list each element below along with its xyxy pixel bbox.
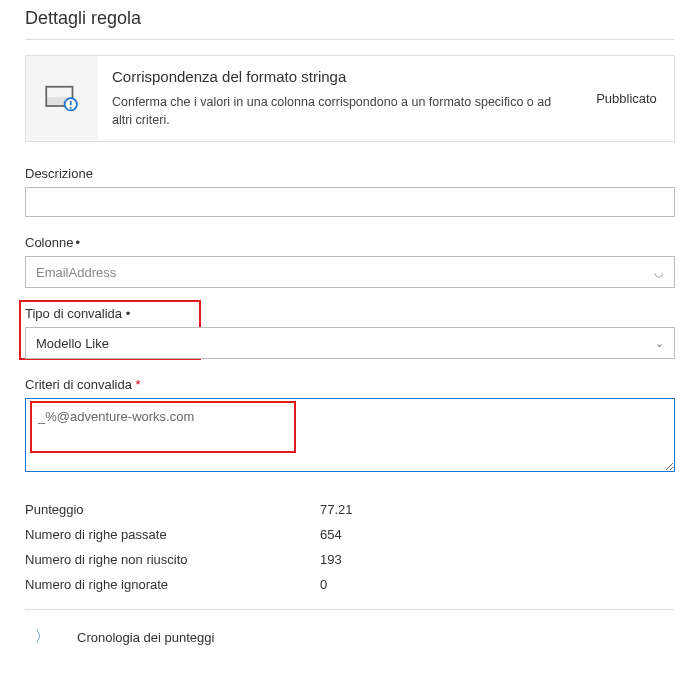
validation-criteria-field-block: Criteri di convalida: [25, 377, 675, 475]
rule-title: Corrispondenza del formato stringa: [112, 68, 565, 85]
columns-select[interactable]: EmailAddress ◡: [25, 256, 675, 288]
score-history-label: Cronologia dei punteggi: [77, 630, 214, 645]
validation-type-label: Tipo di convalida •: [25, 306, 675, 321]
description-field-block: Descrizione: [25, 166, 675, 217]
validation-type-select[interactable]: Modello Like ⌄: [25, 327, 675, 359]
svg-point-4: [70, 106, 72, 108]
stat-label: Numero di righe ignorate: [25, 577, 320, 592]
stat-value: 0: [320, 577, 327, 592]
description-label: Descrizione: [25, 166, 675, 181]
description-input[interactable]: [25, 187, 675, 217]
columns-label: Colonne: [25, 235, 675, 250]
stats-section: Punteggio 77.21 Numero di righe passate …: [25, 493, 675, 610]
columns-field-block: Colonne EmailAddress ◡: [25, 235, 675, 288]
stat-row-ignored: Numero di righe ignorate 0: [25, 572, 675, 597]
stat-label: Numero di righe non riuscito: [25, 552, 320, 567]
chevron-down-icon: ⌄: [655, 337, 664, 350]
rule-summary-card: Corrispondenza del formato stringa Confe…: [25, 55, 675, 142]
stat-row-score: Punteggio 77.21: [25, 497, 675, 522]
validation-type-value: Modello Like: [36, 336, 109, 351]
stat-row-passed: Numero di righe passate 654: [25, 522, 675, 547]
stat-value: 193: [320, 552, 342, 567]
rule-description: Conferma che i valori in una colonna cor…: [112, 93, 565, 129]
rule-status: Pubblicato: [579, 56, 674, 141]
score-history-toggle[interactable]: 〉 Cronologia dei punteggi: [25, 620, 675, 654]
chevron-down-icon: ◡: [654, 266, 664, 279]
stat-row-failed: Numero di righe non riuscito 193: [25, 547, 675, 572]
validation-type-field-block: Tipo di convalida • Modello Like ⌄: [25, 306, 675, 359]
chevron-right-icon: 〉: [35, 628, 49, 646]
validation-criteria-textarea[interactable]: [25, 398, 675, 472]
stat-value: 77.21: [320, 502, 353, 517]
page-title: Dettagli regola: [25, 0, 675, 40]
stat-label: Punteggio: [25, 502, 320, 517]
validation-criteria-label: Criteri di convalida: [25, 377, 675, 392]
stat-label: Numero di righe passate: [25, 527, 320, 542]
stat-value: 654: [320, 527, 342, 542]
rule-type-icon: [26, 56, 98, 141]
columns-value: EmailAddress: [36, 265, 116, 280]
